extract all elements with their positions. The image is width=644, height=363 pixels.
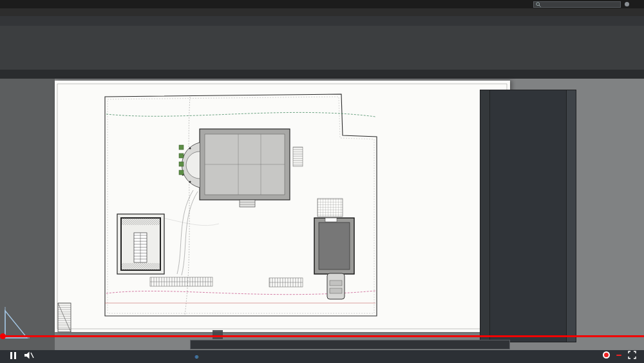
- palette-title-bar[interactable]: [567, 90, 576, 342]
- fullscreen-icon[interactable]: [628, 351, 636, 359]
- command-line[interactable]: [190, 340, 510, 349]
- ribbon: [0, 26, 644, 70]
- autocad-window: ⊕: [0, 0, 644, 363]
- ribbon-tab-bar: [0, 16, 644, 26]
- video-progress-fill: [0, 335, 644, 337]
- tool-palette: [480, 90, 576, 342]
- search-input[interactable]: [542, 2, 618, 6]
- hatch-path: [293, 147, 303, 166]
- palette-tab-strip: [480, 90, 489, 342]
- search-icon: [536, 2, 541, 7]
- coordinate-system-button[interactable]: ⊕: [194, 354, 203, 360]
- drawing-canvas[interactable]: [55, 81, 510, 332]
- account-menu[interactable]: [625, 2, 631, 6]
- status-bar: ⊕: [0, 350, 644, 363]
- plan-garage: [314, 218, 354, 274]
- title-bar: [0, 0, 644, 8]
- plan-gazebo: [117, 214, 164, 274]
- palette-item-list: [489, 90, 567, 342]
- pause-button[interactable]: [10, 352, 16, 359]
- plan-car: [327, 273, 345, 299]
- video-controls: [10, 351, 43, 359]
- mute-icon[interactable]: [24, 351, 34, 359]
- video-right-controls: [603, 351, 636, 359]
- menu-bar: [0, 8, 644, 16]
- hatch-parking: [317, 199, 343, 217]
- command-history: [213, 330, 223, 339]
- search-field[interactable]: [533, 1, 621, 8]
- video-progress-bar[interactable]: [0, 335, 644, 337]
- file-tab-bar: [0, 70, 644, 79]
- paper-sheet: [55, 81, 510, 332]
- globe-icon: ⊕: [194, 354, 199, 360]
- hd-quality-badge[interactable]: [616, 355, 621, 356]
- video-scrubber-handle[interactable]: [0, 333, 6, 339]
- record-icon[interactable]: [603, 351, 610, 358]
- avatar: [625, 2, 629, 6]
- app-title: [267, 1, 274, 7]
